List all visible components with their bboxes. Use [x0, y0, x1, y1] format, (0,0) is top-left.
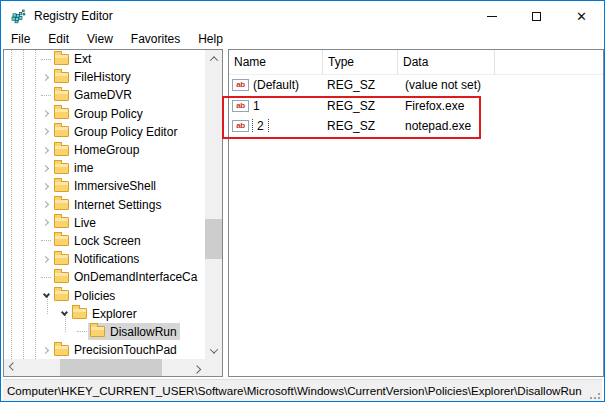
horizontal-scrollbar-thumb[interactable]: [60, 359, 162, 376]
chevron-right-icon[interactable]: [40, 344, 52, 356]
close-icon: ✕: [576, 10, 587, 23]
status-bar: Computer\HKEY_CURRENT_USER\Software\Micr…: [3, 379, 602, 401]
value-type: REG_SZ: [323, 119, 398, 133]
registry-values-pane: Name Type Data ab (Default) REG_SZ (valu…: [228, 49, 604, 377]
tree-item-group-policy-editor[interactable]: Group Policy Editor: [4, 123, 205, 141]
resize-grip-icon[interactable]: [591, 390, 600, 399]
folder-icon: [72, 308, 87, 319]
vertical-scrollbar-thumb[interactable]: [205, 219, 222, 259]
column-header-data[interactable]: Data: [398, 50, 495, 75]
tree-item-internet-settings[interactable]: Internet Settings: [4, 196, 205, 214]
folder-icon: [54, 145, 69, 156]
menu-view[interactable]: View: [78, 31, 122, 49]
chevron-right-icon[interactable]: [40, 108, 52, 120]
column-header-name[interactable]: Name: [229, 50, 323, 75]
tree-item-ext[interactable]: Ext: [4, 50, 205, 68]
value-data: notepad.exe: [398, 119, 495, 133]
tree-item-policies[interactable]: Policies: [4, 286, 205, 304]
maximize-icon: [532, 12, 541, 21]
value-data: Firefox.exe: [398, 99, 495, 113]
column-header-type[interactable]: Type: [323, 50, 398, 75]
chevron-down-icon[interactable]: [58, 308, 70, 320]
folder-icon: [54, 217, 69, 228]
tree-item-group-policy[interactable]: Group Policy: [4, 105, 205, 123]
menu-favorites[interactable]: Favorites: [122, 31, 189, 49]
scroll-left-icon[interactable]: [4, 359, 21, 376]
folder-icon: [54, 235, 69, 246]
minimize-icon: [487, 16, 497, 17]
close-button[interactable]: ✕: [559, 1, 604, 31]
tree-item-gamedvr[interactable]: GameDVR: [4, 86, 205, 104]
chevron-right-icon[interactable]: [40, 71, 52, 83]
chevron-right-icon[interactable]: [40, 126, 52, 138]
tree-item-explorer[interactable]: Explorer: [4, 305, 205, 323]
menu-edit[interactable]: Edit: [39, 31, 78, 49]
tree-item-live[interactable]: Live: [4, 214, 205, 232]
list-header: Name Type Data: [229, 50, 603, 75]
folder-icon: [54, 290, 69, 301]
value-name: 1: [253, 99, 260, 113]
chevron-right-icon[interactable]: [40, 253, 52, 265]
folder-icon: [54, 199, 69, 210]
chevron-right-icon[interactable]: [40, 199, 52, 211]
tree-item-ondemandinterface[interactable]: OnDemandInterfaceCa: [4, 268, 205, 286]
registry-tree: Ext FileHistory GameDVR Group Policy Gro…: [4, 50, 205, 359]
menu-help[interactable]: Help: [189, 31, 232, 49]
value-data: (value not set): [398, 78, 495, 92]
scroll-up-icon[interactable]: [205, 50, 222, 67]
string-value-icon: ab: [232, 79, 249, 91]
tree-item-label: ime: [74, 161, 93, 175]
expander-slot: [40, 89, 52, 101]
tree-item-label: Group Policy: [74, 107, 143, 121]
chevron-down-icon[interactable]: [40, 290, 52, 302]
tree-item-disallowrun[interactable]: DisallowRun: [4, 323, 205, 341]
tree-item-homegroup[interactable]: HomeGroup: [4, 141, 205, 159]
tree-item-label: ImmersiveShell: [74, 179, 156, 193]
value-row-1[interactable]: ab 1 REG_SZ Firefox.exe: [229, 96, 603, 117]
title-bar[interactable]: Registry Editor ✕: [1, 1, 604, 31]
folder-icon: [90, 326, 105, 337]
chevron-right-icon[interactable]: [40, 180, 52, 192]
folder-icon: [54, 54, 69, 65]
tree-item-label: PrecisionTouchPad: [74, 343, 177, 357]
value-name: (Default): [253, 78, 299, 92]
tree-item-label: Lock Screen: [74, 234, 141, 248]
registry-editor-icon: [10, 8, 26, 24]
scroll-right-icon[interactable]: [188, 359, 205, 376]
folder-icon: [54, 72, 69, 83]
menu-file[interactable]: File: [2, 31, 39, 49]
tree-item-lock-screen[interactable]: Lock Screen: [4, 232, 205, 250]
tree-item-ime[interactable]: ime: [4, 159, 205, 177]
expander-slot: [40, 271, 52, 283]
column-header-filler: [495, 50, 603, 75]
scroll-down-icon[interactable]: [205, 342, 222, 359]
registry-tree-pane: Ext FileHistory GameDVR Group Policy Gro…: [3, 49, 223, 377]
tree-item-label: HomeGroup: [74, 143, 139, 157]
tree-item-label: Group Policy Editor: [74, 125, 177, 139]
expander-slot: [40, 53, 52, 65]
folder-icon: [54, 272, 69, 283]
chevron-right-icon[interactable]: [40, 162, 52, 174]
value-row-2[interactable]: ab 2 REG_SZ notepad.exe: [229, 116, 603, 137]
tree-item-filehistory[interactable]: FileHistory: [4, 68, 205, 86]
folder-icon: [54, 108, 69, 119]
expander-slot: [76, 326, 88, 338]
tree-item-notifications[interactable]: Notifications: [4, 250, 205, 268]
folder-icon: [54, 163, 69, 174]
tree-horizontal-scrollbar[interactable]: [4, 359, 205, 376]
tree-item-label: Policies: [74, 289, 115, 303]
value-name: 2: [253, 119, 268, 133]
window-controls: ✕: [469, 1, 604, 31]
tree-item-immersiveshell[interactable]: ImmersiveShell: [4, 177, 205, 195]
value-row-default[interactable]: ab (Default) REG_SZ (value not set): [229, 75, 603, 96]
maximize-button[interactable]: [514, 1, 559, 31]
tree-vertical-scrollbar[interactable]: [205, 50, 222, 359]
folder-icon: [54, 254, 69, 265]
tree-item-label: Notifications: [74, 252, 139, 266]
minimize-button[interactable]: [469, 1, 514, 31]
chevron-right-icon[interactable]: [40, 217, 52, 229]
tree-item-label: Internet Settings: [74, 198, 161, 212]
chevron-right-icon[interactable]: [40, 144, 52, 156]
tree-item-precisiontouchpad[interactable]: PrecisionTouchPad: [4, 341, 205, 359]
menu-bar: File Edit View Favorites Help: [2, 31, 603, 49]
